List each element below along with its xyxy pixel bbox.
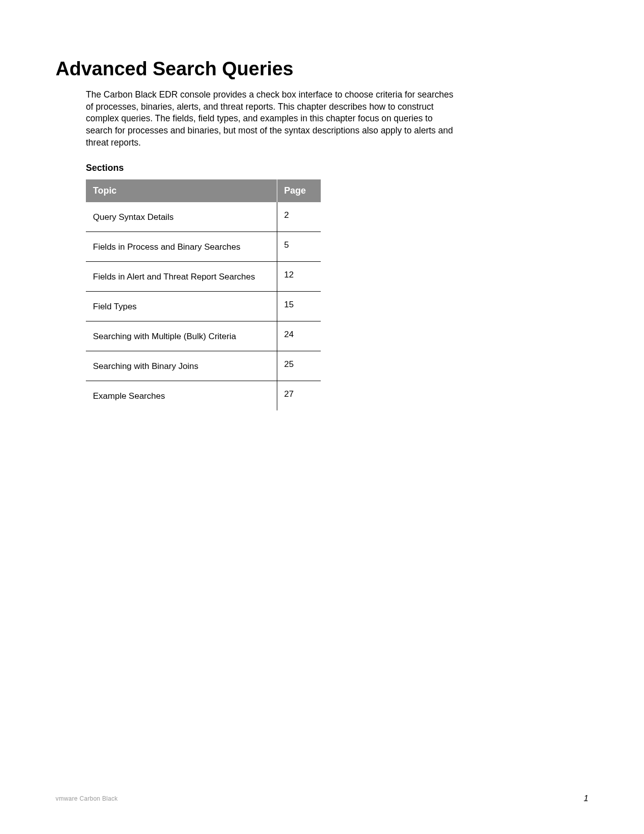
- cell-page: 24: [277, 321, 321, 351]
- cell-topic: Fields in Alert and Threat Report Search…: [86, 262, 277, 292]
- intro-paragraph: The Carbon Black EDR console provides a …: [86, 89, 455, 149]
- table-row: Searching with Binary Joins 25: [86, 351, 321, 381]
- footer-page-number: 1: [584, 794, 588, 804]
- footer-brand: vmware Carbon Black: [56, 795, 118, 802]
- table-row: Searching with Multiple (Bulk) Criteria …: [86, 321, 321, 351]
- content-block: The Carbon Black EDR console provides a …: [86, 89, 588, 410]
- table-body: Query Syntax Details 2 Fields in Process…: [86, 202, 321, 410]
- page-title: Advanced Search Queries: [56, 58, 588, 80]
- cell-topic: Example Searches: [86, 381, 277, 411]
- page-footer: vmware Carbon Black 1: [56, 794, 588, 804]
- cell-page: 27: [277, 381, 321, 411]
- cell-page: 12: [277, 262, 321, 292]
- cell-page: 25: [277, 351, 321, 381]
- table-header: Topic Page: [86, 179, 321, 202]
- table-row: Example Searches 27: [86, 381, 321, 411]
- document-page: Advanced Search Queries The Carbon Black…: [0, 0, 644, 834]
- cell-topic: Query Syntax Details: [86, 202, 277, 232]
- sections-heading: Sections: [86, 163, 588, 173]
- table-row: Query Syntax Details 2: [86, 202, 321, 232]
- cell-topic: Field Types: [86, 292, 277, 321]
- cell-page: 5: [277, 232, 321, 262]
- sections-table: Topic Page Query Syntax Details 2 Fields…: [86, 179, 321, 410]
- cell-topic: Fields in Process and Binary Searches: [86, 232, 277, 262]
- table-row: Fields in Process and Binary Searches 5: [86, 232, 321, 262]
- cell-page: 15: [277, 292, 321, 321]
- cell-page: 2: [277, 202, 321, 232]
- col-header-page: Page: [277, 179, 321, 202]
- cell-topic: Searching with Binary Joins: [86, 351, 277, 381]
- table-row: Field Types 15: [86, 292, 321, 321]
- table-row: Fields in Alert and Threat Report Search…: [86, 262, 321, 292]
- cell-topic: Searching with Multiple (Bulk) Criteria: [86, 321, 277, 351]
- col-header-topic: Topic: [86, 179, 277, 202]
